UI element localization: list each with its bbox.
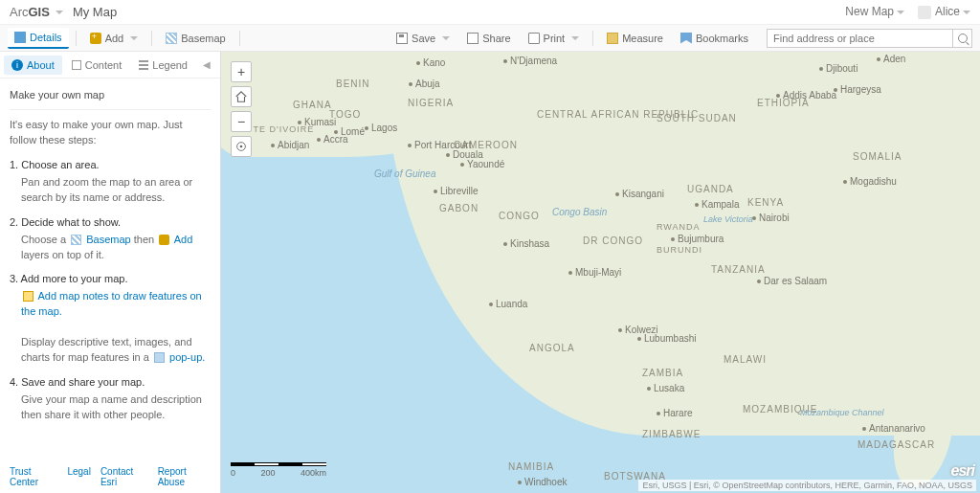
contact-link[interactable]: Contact Esri <box>100 466 148 487</box>
brand-prefix: Arc <box>10 5 29 19</box>
about-panel: Make your own map It's easy to make your… <box>0 78 220 462</box>
collapse-sidebar-button[interactable]: ◀ <box>197 59 216 70</box>
add-button[interactable]: Add <box>83 29 145 48</box>
brand-caret-icon[interactable] <box>56 11 63 14</box>
panel-title: Make your own map <box>10 84 211 110</box>
content-icon <box>72 60 81 70</box>
basemap-label: Basemap <box>181 33 225 44</box>
measure-button[interactable]: Measure <box>600 29 670 48</box>
step2-prefix: Choose a <box>21 234 69 245</box>
user-name: Alice <box>935 5 960 18</box>
step2-head: 2. Decide what to show. <box>10 215 211 231</box>
add-icon <box>90 33 101 44</box>
map-notes-link[interactable]: Add map notes to draw features on the ma… <box>21 290 202 317</box>
map-notes-icon <box>23 291 33 302</box>
app-root: ArcGIS My Map New Map Alice Details Add <box>0 0 980 493</box>
share-icon <box>467 33 479 44</box>
step2-suffix: layers on top of it. <box>21 249 104 260</box>
app-header: ArcGIS My Map New Map Alice <box>0 0 980 25</box>
share-button[interactable]: Share <box>460 29 517 48</box>
details-label: Details <box>30 32 62 43</box>
tab-legend[interactable]: Legend <box>131 56 195 75</box>
chevron-down-icon <box>571 36 579 40</box>
step2-body: Choose a Basemap then Add layers on top … <box>10 233 211 263</box>
step1-body: Pan and zoom the map to an area or searc… <box>10 175 211 206</box>
basemap-icon <box>71 235 81 245</box>
step3-head: 3. Add more to your map. <box>10 272 211 287</box>
chevron-down-icon <box>963 11 970 14</box>
add-label: Add <box>105 33 124 44</box>
basemap-link[interactable]: Basemap <box>86 234 130 245</box>
chevron-down-icon <box>897 11 904 14</box>
step4-head: 4. Save and share your map. <box>10 375 211 391</box>
home-button[interactable] <box>231 86 252 107</box>
legend-icon <box>139 60 148 70</box>
save-button[interactable]: Save <box>390 29 457 48</box>
tab-about-label: About <box>27 59 55 71</box>
print-icon <box>528 33 540 44</box>
scale-1: 200 <box>260 468 275 478</box>
bookmarks-label: Bookmarks <box>696 33 748 44</box>
details-button[interactable]: Details <box>8 28 69 49</box>
header-right: New Map Alice <box>845 5 970 19</box>
scale-2: 400km <box>301 468 326 478</box>
print-label: Print <box>544 33 566 44</box>
map-canvas[interactable]: + − GHANA BENIN TOGO CÔTE D'IVOIRE NIGER… <box>221 52 980 493</box>
chevron-down-icon <box>442 36 450 40</box>
add-icon <box>159 235 169 245</box>
brand[interactable]: ArcGIS <box>10 5 50 19</box>
step2-mid: then <box>134 234 157 245</box>
tab-content-label: Content <box>85 59 122 71</box>
scalebar: 0 200 400km <box>231 462 326 478</box>
search-icon <box>958 34 968 43</box>
legal-link[interactable]: Legal <box>67 466 90 487</box>
zoom-controls: + − <box>231 61 252 157</box>
main-toolbar: Details Add Basemap Save <box>0 25 980 52</box>
bookmark-icon <box>680 33 692 44</box>
info-icon <box>11 59 23 71</box>
add-link[interactable]: Add <box>174 234 193 245</box>
step3-l2-prefix: Display descriptive text, images, and ch… <box>21 336 192 363</box>
bookmarks-button[interactable]: Bookmarks <box>674 29 755 48</box>
search-wrap <box>767 29 972 48</box>
brand-bold: GIS <box>29 5 50 19</box>
save-icon <box>396 33 408 44</box>
svg-point-1 <box>240 146 243 148</box>
panel-intro: It's easy to make your own map. Just fol… <box>10 118 211 148</box>
separator <box>151 31 152 46</box>
new-map-link[interactable]: New Map <box>845 5 904 18</box>
zoom-out-button[interactable]: − <box>231 111 252 132</box>
sidebar-footer: Trust Center Legal Contact Esri Report A… <box>0 462 220 493</box>
search-button[interactable] <box>953 29 972 48</box>
sidebar: About Content Legend ◀ Make your own map… <box>0 52 221 493</box>
report-link[interactable]: Report Abuse <box>158 466 211 487</box>
tab-legend-label: Legend <box>152 59 188 71</box>
popup-link[interactable]: pop-up. <box>169 351 205 363</box>
home-icon <box>234 90 248 103</box>
user-menu[interactable]: Alice <box>918 5 970 19</box>
print-button[interactable]: Print <box>522 29 587 48</box>
tab-content[interactable]: Content <box>64 56 130 75</box>
basemap-icon <box>166 33 177 44</box>
locate-button[interactable] <box>231 136 252 157</box>
sidebar-tabs: About Content Legend ◀ <box>0 52 220 78</box>
map-attribution: Esri, USGS | Esri, © OpenStreetMap contr… <box>638 480 976 491</box>
zoom-in-button[interactable]: + <box>231 61 252 82</box>
save-label: Save <box>412 33 435 44</box>
popup-icon <box>154 352 165 363</box>
tab-about[interactable]: About <box>4 56 62 75</box>
step1-head: 1. Choose an area. <box>10 158 211 173</box>
step3-body: Add map notes to draw features on the ma… <box>10 289 211 366</box>
separator <box>76 31 77 46</box>
step4-body: Give your map a name and description the… <box>10 392 211 423</box>
basemap-button[interactable]: Basemap <box>159 29 232 48</box>
locate-icon <box>234 140 248 153</box>
share-label: Share <box>482 33 510 44</box>
measure-label: Measure <box>622 33 663 44</box>
esri-logo: esri <box>951 462 974 480</box>
body: About Content Legend ◀ Make your own map… <box>0 52 980 493</box>
search-input[interactable] <box>767 29 953 48</box>
trust-link[interactable]: Trust Center <box>10 466 57 487</box>
avatar-icon <box>918 6 931 19</box>
map-title: My Map <box>73 5 117 19</box>
